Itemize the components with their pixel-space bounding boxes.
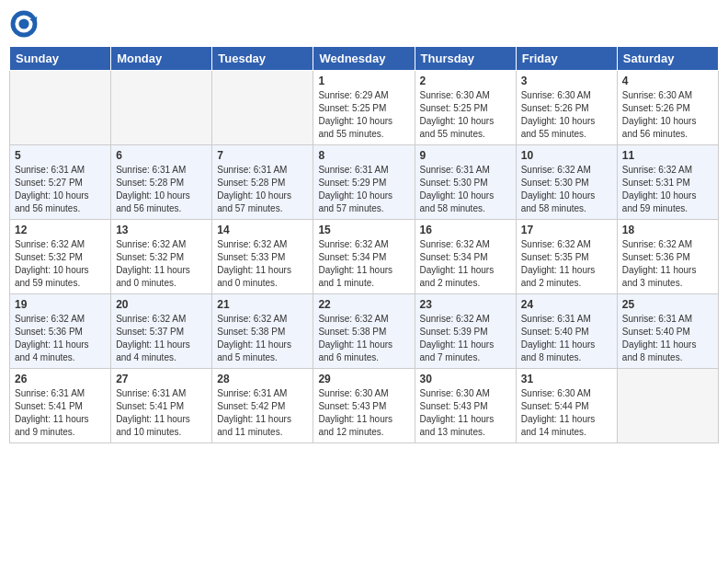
day-number: 18 (622, 224, 713, 236)
day-of-week-header: Friday (516, 47, 617, 71)
day-info: Sunrise: 6:32 AM Sunset: 5:37 PM Dayligh… (116, 313, 207, 364)
calendar-day-cell: 8Sunrise: 6:31 AM Sunset: 5:29 PM Daylig… (313, 145, 415, 220)
calendar-day-cell: 21Sunrise: 6:32 AM Sunset: 5:38 PM Dayli… (212, 294, 313, 369)
calendar-week-row: 1Sunrise: 6:29 AM Sunset: 5:25 PM Daylig… (10, 71, 719, 145)
day-info: Sunrise: 6:32 AM Sunset: 5:30 PM Dayligh… (521, 164, 612, 215)
day-info: Sunrise: 6:30 AM Sunset: 5:26 PM Dayligh… (521, 89, 612, 141)
day-info: Sunrise: 6:32 AM Sunset: 5:36 PM Dayligh… (15, 313, 106, 364)
calendar-day-cell: 31Sunrise: 6:30 AM Sunset: 5:44 PM Dayli… (516, 369, 617, 443)
day-number: 12 (15, 224, 106, 236)
calendar-day-cell: 11Sunrise: 6:32 AM Sunset: 5:31 PM Dayli… (617, 145, 718, 220)
calendar-day-cell (10, 71, 111, 145)
day-info: Sunrise: 6:31 AM Sunset: 5:28 PM Dayligh… (217, 164, 308, 215)
calendar-day-cell: 7Sunrise: 6:31 AM Sunset: 5:28 PM Daylig… (212, 145, 313, 220)
calendar-day-cell: 1Sunrise: 6:29 AM Sunset: 5:25 PM Daylig… (313, 71, 415, 145)
day-number: 27 (116, 373, 207, 385)
day-info: Sunrise: 6:31 AM Sunset: 5:30 PM Dayligh… (420, 164, 511, 215)
day-info: Sunrise: 6:30 AM Sunset: 5:43 PM Dayligh… (420, 387, 511, 439)
day-of-week-header: Sunday (10, 47, 111, 71)
calendar-day-cell: 22Sunrise: 6:32 AM Sunset: 5:38 PM Dayli… (313, 294, 415, 369)
page-header (9, 9, 719, 39)
day-info: Sunrise: 6:32 AM Sunset: 5:39 PM Dayligh… (420, 313, 511, 364)
day-number: 29 (318, 373, 409, 385)
calendar-day-cell: 16Sunrise: 6:32 AM Sunset: 5:34 PM Dayli… (415, 220, 516, 294)
day-number: 24 (521, 298, 612, 311)
day-info: Sunrise: 6:30 AM Sunset: 5:25 PM Dayligh… (420, 89, 511, 141)
svg-point-2 (18, 18, 28, 29)
day-info: Sunrise: 6:32 AM Sunset: 5:33 PM Dayligh… (217, 238, 308, 290)
day-of-week-header: Tuesday (212, 47, 313, 71)
day-info: Sunrise: 6:32 AM Sunset: 5:31 PM Dayligh… (622, 164, 713, 215)
calendar-day-cell: 3Sunrise: 6:30 AM Sunset: 5:26 PM Daylig… (516, 71, 617, 145)
day-number: 14 (217, 224, 308, 236)
day-info: Sunrise: 6:31 AM Sunset: 5:41 PM Dayligh… (15, 387, 106, 439)
day-number: 30 (420, 373, 511, 385)
calendar-week-row: 5Sunrise: 6:31 AM Sunset: 5:27 PM Daylig… (10, 145, 719, 220)
day-info: Sunrise: 6:31 AM Sunset: 5:28 PM Dayligh… (116, 164, 207, 215)
calendar-day-cell: 15Sunrise: 6:32 AM Sunset: 5:34 PM Dayli… (313, 220, 415, 294)
calendar-day-cell: 24Sunrise: 6:31 AM Sunset: 5:40 PM Dayli… (516, 294, 617, 369)
day-info: Sunrise: 6:32 AM Sunset: 5:38 PM Dayligh… (217, 313, 308, 364)
day-number: 22 (318, 298, 409, 311)
calendar-day-cell: 4Sunrise: 6:30 AM Sunset: 5:26 PM Daylig… (617, 71, 718, 145)
calendar-day-cell: 14Sunrise: 6:32 AM Sunset: 5:33 PM Dayli… (212, 220, 313, 294)
calendar-day-cell: 10Sunrise: 6:32 AM Sunset: 5:30 PM Dayli… (516, 145, 617, 220)
calendar-day-cell: 12Sunrise: 6:32 AM Sunset: 5:32 PM Dayli… (10, 220, 111, 294)
day-info: Sunrise: 6:32 AM Sunset: 5:32 PM Dayligh… (116, 238, 207, 290)
day-number: 19 (15, 298, 106, 311)
day-info: Sunrise: 6:32 AM Sunset: 5:36 PM Dayligh… (622, 238, 713, 290)
calendar-day-cell: 9Sunrise: 6:31 AM Sunset: 5:30 PM Daylig… (415, 145, 516, 220)
day-number: 15 (318, 224, 409, 236)
day-number: 28 (217, 373, 308, 385)
calendar-day-cell (111, 71, 212, 145)
day-of-week-header: Thursday (415, 47, 516, 71)
calendar-day-cell: 13Sunrise: 6:32 AM Sunset: 5:32 PM Dayli… (111, 220, 212, 294)
day-number: 21 (217, 298, 308, 311)
day-info: Sunrise: 6:32 AM Sunset: 5:35 PM Dayligh… (521, 238, 612, 290)
calendar-day-cell: 28Sunrise: 6:31 AM Sunset: 5:42 PM Dayli… (212, 369, 313, 443)
day-number: 25 (622, 298, 713, 311)
calendar-day-cell: 30Sunrise: 6:30 AM Sunset: 5:43 PM Dayli… (415, 369, 516, 443)
day-number: 5 (15, 149, 106, 162)
day-number: 10 (521, 149, 612, 162)
day-info: Sunrise: 6:30 AM Sunset: 5:26 PM Dayligh… (622, 89, 713, 141)
day-number: 8 (318, 149, 409, 162)
day-number: 26 (15, 373, 106, 385)
calendar-day-cell: 19Sunrise: 6:32 AM Sunset: 5:36 PM Dayli… (10, 294, 111, 369)
day-number: 11 (622, 149, 713, 162)
calendar-day-cell: 18Sunrise: 6:32 AM Sunset: 5:36 PM Dayli… (617, 220, 718, 294)
day-info: Sunrise: 6:31 AM Sunset: 5:42 PM Dayligh… (217, 387, 308, 439)
calendar-header-row: SundayMondayTuesdayWednesdayThursdayFrid… (10, 47, 719, 71)
day-info: Sunrise: 6:31 AM Sunset: 5:29 PM Dayligh… (318, 164, 409, 215)
calendar-day-cell: 5Sunrise: 6:31 AM Sunset: 5:27 PM Daylig… (10, 145, 111, 220)
logo-icon (9, 9, 39, 39)
day-info: Sunrise: 6:32 AM Sunset: 5:32 PM Dayligh… (15, 238, 106, 290)
calendar-week-row: 12Sunrise: 6:32 AM Sunset: 5:32 PM Dayli… (10, 220, 719, 294)
day-number: 6 (116, 149, 207, 162)
day-number: 9 (420, 149, 511, 162)
day-of-week-header: Monday (111, 47, 212, 71)
day-number: 20 (116, 298, 207, 311)
day-info: Sunrise: 6:32 AM Sunset: 5:38 PM Dayligh… (318, 313, 409, 364)
day-info: Sunrise: 6:30 AM Sunset: 5:44 PM Dayligh… (521, 387, 612, 439)
calendar-table: SundayMondayTuesdayWednesdayThursdayFrid… (9, 46, 719, 443)
day-number: 17 (521, 224, 612, 236)
calendar-day-cell: 17Sunrise: 6:32 AM Sunset: 5:35 PM Dayli… (516, 220, 617, 294)
logo (9, 9, 42, 39)
day-number: 1 (318, 75, 409, 87)
calendar-day-cell: 20Sunrise: 6:32 AM Sunset: 5:37 PM Dayli… (111, 294, 212, 369)
day-info: Sunrise: 6:32 AM Sunset: 5:34 PM Dayligh… (420, 238, 511, 290)
calendar-day-cell: 29Sunrise: 6:30 AM Sunset: 5:43 PM Dayli… (313, 369, 415, 443)
day-info: Sunrise: 6:29 AM Sunset: 5:25 PM Dayligh… (318, 89, 409, 141)
calendar-day-cell: 26Sunrise: 6:31 AM Sunset: 5:41 PM Dayli… (10, 369, 111, 443)
day-number: 16 (420, 224, 511, 236)
day-info: Sunrise: 6:30 AM Sunset: 5:43 PM Dayligh… (318, 387, 409, 439)
calendar-day-cell: 23Sunrise: 6:32 AM Sunset: 5:39 PM Dayli… (415, 294, 516, 369)
calendar-day-cell: 6Sunrise: 6:31 AM Sunset: 5:28 PM Daylig… (111, 145, 212, 220)
day-info: Sunrise: 6:31 AM Sunset: 5:27 PM Dayligh… (15, 164, 106, 215)
day-number: 3 (521, 75, 612, 87)
day-info: Sunrise: 6:31 AM Sunset: 5:40 PM Dayligh… (622, 313, 713, 364)
day-info: Sunrise: 6:31 AM Sunset: 5:41 PM Dayligh… (116, 387, 207, 439)
calendar-day-cell (617, 369, 718, 443)
calendar-day-cell: 27Sunrise: 6:31 AM Sunset: 5:41 PM Dayli… (111, 369, 212, 443)
